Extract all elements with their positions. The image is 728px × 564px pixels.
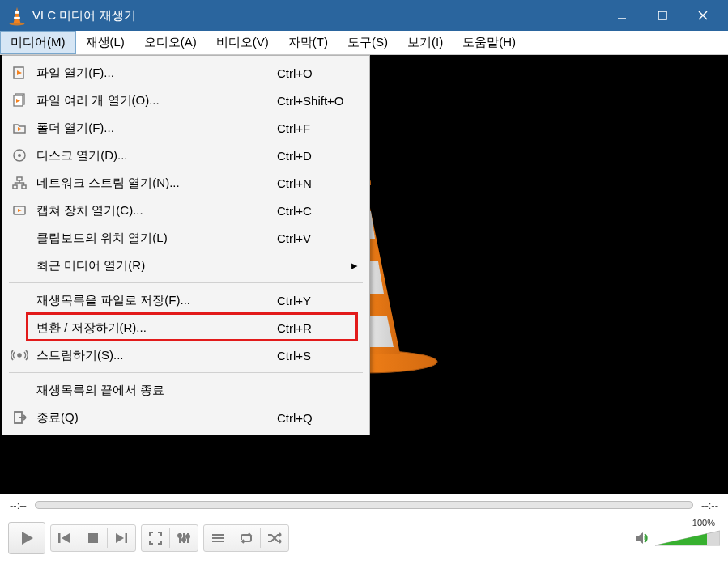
shuffle-button[interactable] xyxy=(261,525,288,551)
menu-item-shortcut: Ctrl+S xyxy=(277,349,358,363)
svg-rect-29 xyxy=(58,533,61,543)
menu-재생l[interactable]: 재생(L) xyxy=(76,31,134,54)
svg-marker-28 xyxy=(22,532,33,545)
minimize-button[interactable] xyxy=(602,0,642,31)
menu-item-label: 재생목록을 파일로 저장(F)... xyxy=(28,293,277,308)
menu-item[interactable]: 재생목록의 끝에서 종료 xyxy=(4,376,368,404)
disc-icon xyxy=(11,148,28,163)
menu-item[interactable]: 네트워크 스트림 열기(N)...Ctrl+N xyxy=(4,169,368,197)
next-button[interactable] xyxy=(108,525,135,551)
svg-rect-21 xyxy=(17,177,22,180)
svg-marker-30 xyxy=(62,533,70,543)
menubar: 미디어(M)재생(L)오디오(A)비디오(V)자막(T)도구(S)보기(I)도움… xyxy=(0,31,728,55)
previous-button[interactable] xyxy=(51,525,79,551)
menu-item[interactable]: 파일 열기(F)...Ctrl+O xyxy=(4,59,368,87)
speaker-icon[interactable] xyxy=(634,531,650,545)
vlc-logo-icon xyxy=(8,6,26,24)
controls-row: 100% xyxy=(0,515,728,561)
exit-icon xyxy=(11,410,28,425)
menu-item-label: 디스크 열기(D)... xyxy=(28,148,277,163)
svg-point-39 xyxy=(186,535,189,538)
menu-item-shortcut: Ctrl+V xyxy=(277,231,358,245)
menu-item-shortcut: Ctrl+D xyxy=(277,149,358,163)
svg-marker-32 xyxy=(116,533,124,543)
window-title: VLC 미디어 재생기 xyxy=(32,8,602,23)
svg-rect-23 xyxy=(22,185,26,189)
menu-미디어m[interactable]: 미디어(M) xyxy=(0,31,76,54)
stop-button[interactable] xyxy=(79,525,107,551)
menu-item-label: 클립보드의 위치 열기(L) xyxy=(28,231,277,246)
file-multi-icon xyxy=(11,93,28,108)
menu-item-label: 파일 여러 개 열기(O)... xyxy=(28,93,277,108)
menu-item-label: 네트워크 스트림 열기(N)... xyxy=(28,176,277,191)
svg-rect-2 xyxy=(15,11,19,14)
menu-item-label: 최근 미디어 열기(R) xyxy=(28,258,264,274)
svg-point-26 xyxy=(18,354,21,357)
menu-item-label: 파일 열기(F)... xyxy=(28,66,277,81)
playlist-group xyxy=(203,524,289,552)
menu-item-label: 폴더 열기(F)... xyxy=(28,121,277,136)
svg-point-20 xyxy=(18,154,21,157)
menu-item[interactable]: 클립보드의 위치 열기(L)Ctrl+V xyxy=(4,224,368,252)
menu-item[interactable]: 최근 미디어 열기(R)▸ xyxy=(4,252,368,279)
menu-보기i[interactable]: 보기(I) xyxy=(398,31,453,54)
playlist-button[interactable] xyxy=(204,525,232,551)
menu-item-label: 캡쳐 장치 열기(C)... xyxy=(28,203,277,218)
menu-자막t[interactable]: 자막(T) xyxy=(279,31,338,54)
svg-rect-5 xyxy=(658,11,666,19)
network-icon xyxy=(11,176,28,190)
close-button[interactable] xyxy=(683,0,723,31)
menu-item-shortcut: Ctrl+Y xyxy=(277,294,358,307)
svg-rect-33 xyxy=(126,533,128,543)
menu-item-shortcut: Ctrl+O xyxy=(277,66,358,80)
menu-item-shortcut: Ctrl+Q xyxy=(277,411,358,425)
svg-point-37 xyxy=(178,534,181,537)
volume-control: 100% xyxy=(634,529,720,547)
maximize-button[interactable] xyxy=(642,0,683,31)
menu-separator xyxy=(9,282,363,283)
capture-icon xyxy=(11,204,28,217)
menu-item[interactable]: 스트림하기(S)...Ctrl+S xyxy=(4,341,368,369)
seek-slider[interactable] xyxy=(35,501,693,509)
menu-오디오a[interactable]: 오디오(A) xyxy=(134,31,206,54)
seek-row: --:-- --:-- xyxy=(0,494,728,515)
folder-icon xyxy=(11,121,28,134)
menu-item-shortcut: Ctrl+F xyxy=(277,121,358,135)
submenu-arrow-icon: ▸ xyxy=(345,258,358,273)
menu-item-label: 스트림하기(S)... xyxy=(28,348,277,363)
menu-도구s[interactable]: 도구(S) xyxy=(338,31,398,54)
volume-slider[interactable] xyxy=(655,529,720,547)
menu-item[interactable]: 재생목록을 파일로 저장(F)...Ctrl+Y xyxy=(4,286,368,314)
menu-item-shortcut: Ctrl+R xyxy=(277,321,358,335)
view-group xyxy=(141,524,198,552)
menu-item-shortcut: Ctrl+C xyxy=(277,204,358,218)
menu-separator xyxy=(9,372,363,373)
svg-marker-14 xyxy=(17,70,22,75)
svg-marker-25 xyxy=(18,209,22,212)
menu-item[interactable]: 폴더 열기(F)...Ctrl+F xyxy=(4,114,368,142)
svg-marker-43 xyxy=(636,532,643,544)
extended-settings-button[interactable] xyxy=(170,525,198,551)
stream-icon xyxy=(11,349,28,362)
fullscreen-button[interactable] xyxy=(142,525,169,551)
menu-item-shortcut: Ctrl+Shift+O xyxy=(277,94,358,108)
file-play-icon xyxy=(11,66,28,80)
total-time: --:-- xyxy=(701,499,718,511)
play-button[interactable] xyxy=(8,522,45,554)
menu-도움말h[interactable]: 도움말(H) xyxy=(453,31,526,54)
menu-item-shortcut: Ctrl+N xyxy=(277,176,358,190)
transport-group xyxy=(50,524,136,552)
menu-item[interactable]: 디스크 열기(D)...Ctrl+D xyxy=(4,142,368,169)
menu-item[interactable]: 캡쳐 장치 열기(C)...Ctrl+C xyxy=(4,197,368,224)
menu-item[interactable]: 종료(Q)Ctrl+Q xyxy=(4,404,368,431)
menu-item[interactable]: 변환 / 저장하기(R)...Ctrl+R xyxy=(4,314,368,341)
svg-marker-18 xyxy=(18,127,22,131)
menu-비디오v[interactable]: 비디오(V) xyxy=(206,31,279,54)
titlebar: VLC 미디어 재생기 xyxy=(0,0,728,31)
svg-rect-22 xyxy=(13,185,17,189)
svg-rect-31 xyxy=(88,533,98,543)
menu-item[interactable]: 파일 여러 개 열기(O)...Ctrl+Shift+O xyxy=(4,87,368,114)
menu-item-label: 종료(Q) xyxy=(28,410,277,426)
media-menu-dropdown: 파일 열기(F)...Ctrl+O파일 여러 개 열기(O)...Ctrl+Sh… xyxy=(2,55,370,435)
loop-button[interactable] xyxy=(232,525,260,551)
